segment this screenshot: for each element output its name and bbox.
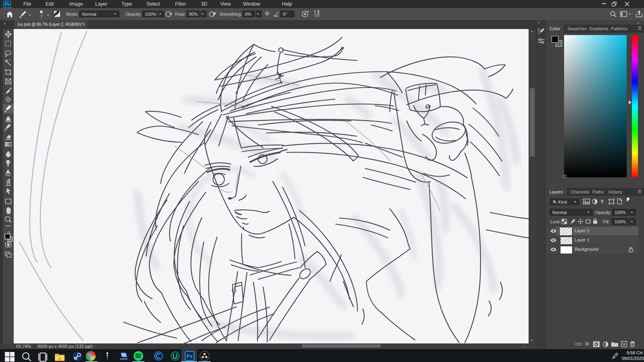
svg-text:Ps: Ps: [186, 354, 192, 359]
